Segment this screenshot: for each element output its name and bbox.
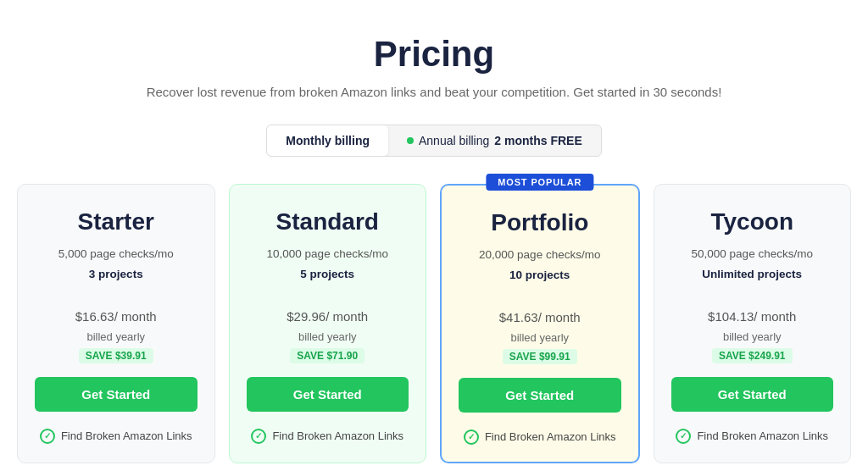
annual-dot bbox=[407, 137, 414, 144]
plans-container: Starter 5,000 page checks/mo 3 projects … bbox=[17, 184, 851, 463]
plan-standard-save: SAVE $71.90 bbox=[290, 348, 364, 363]
plan-tycoon-billed: billed yearly bbox=[723, 330, 782, 343]
check-icon bbox=[464, 429, 479, 445]
page-subtitle: Recover lost revenue from broken Amazon … bbox=[147, 85, 722, 99]
check-icon bbox=[676, 429, 691, 444]
plan-tycoon-feature-item: Find Broken Amazon Links bbox=[676, 429, 828, 444]
most-popular-badge: MOST POPULAR bbox=[486, 174, 593, 191]
plan-standard-cta[interactable]: Get Started bbox=[247, 377, 409, 412]
plan-tycoon: Tycoon 50,000 page checks/mo Unlimited p… bbox=[654, 184, 852, 463]
plan-standard-price: $29.96/ month bbox=[287, 301, 368, 326]
plan-portfolio-feature-item: Find Broken Amazon Links bbox=[464, 429, 616, 445]
annual-billing-option[interactable]: Annual billing 2 months FREE bbox=[388, 125, 601, 156]
plan-starter-features: 5,000 page checks/mo 3 projects bbox=[58, 244, 174, 285]
plan-portfolio-price: $41.63/ month bbox=[499, 302, 581, 327]
plan-standard-name: Standard bbox=[276, 208, 379, 236]
check-icon bbox=[40, 429, 55, 444]
page-title: Pricing bbox=[374, 34, 494, 75]
annual-promo-badge: 2 months FREE bbox=[494, 134, 581, 147]
plan-portfolio-save: SAVE $99.91 bbox=[503, 349, 577, 364]
plan-standard: Standard 10,000 page checks/mo 5 project… bbox=[229, 184, 427, 463]
plan-portfolio-cta[interactable]: Get Started bbox=[459, 378, 621, 413]
plan-portfolio-name: Portfolio bbox=[491, 209, 588, 236]
annual-billing-label: Annual billing bbox=[419, 134, 489, 147]
plan-tycoon-price: $104.13/ month bbox=[708, 301, 796, 326]
plan-portfolio-features: 20,000 page checks/mo 10 projects bbox=[479, 245, 600, 286]
plan-standard-feature-item: Find Broken Amazon Links bbox=[251, 429, 403, 444]
plan-portfolio-billed: billed yearly bbox=[510, 331, 569, 344]
plan-portfolio: MOST POPULAR Portfolio 20,000 page check… bbox=[440, 184, 640, 463]
plan-tycoon-save: SAVE $249.91 bbox=[712, 348, 793, 363]
plan-starter-billed: billed yearly bbox=[86, 330, 145, 343]
plan-starter-price: $16.63/ month bbox=[75, 301, 157, 326]
plan-tycoon-features: 50,000 page checks/mo Unlimited projects bbox=[692, 244, 813, 285]
plan-tycoon-name: Tycoon bbox=[711, 208, 793, 236]
plan-standard-features: 10,000 page checks/mo 5 projects bbox=[267, 244, 388, 285]
check-icon bbox=[251, 429, 266, 444]
plan-tycoon-cta[interactable]: Get Started bbox=[671, 377, 834, 412]
plan-starter-feature-item: Find Broken Amazon Links bbox=[40, 429, 192, 444]
monthly-billing-option[interactable]: Monthly billing bbox=[267, 125, 388, 156]
plan-starter: Starter 5,000 page checks/mo 3 projects … bbox=[17, 184, 215, 463]
plan-starter-save: SAVE $39.91 bbox=[79, 348, 153, 363]
plan-starter-name: Starter bbox=[78, 208, 154, 236]
plan-starter-cta[interactable]: Get Started bbox=[35, 377, 198, 412]
billing-toggle[interactable]: Monthly billing Annual billing 2 months … bbox=[266, 125, 602, 157]
plan-standard-billed: billed yearly bbox=[298, 330, 357, 343]
